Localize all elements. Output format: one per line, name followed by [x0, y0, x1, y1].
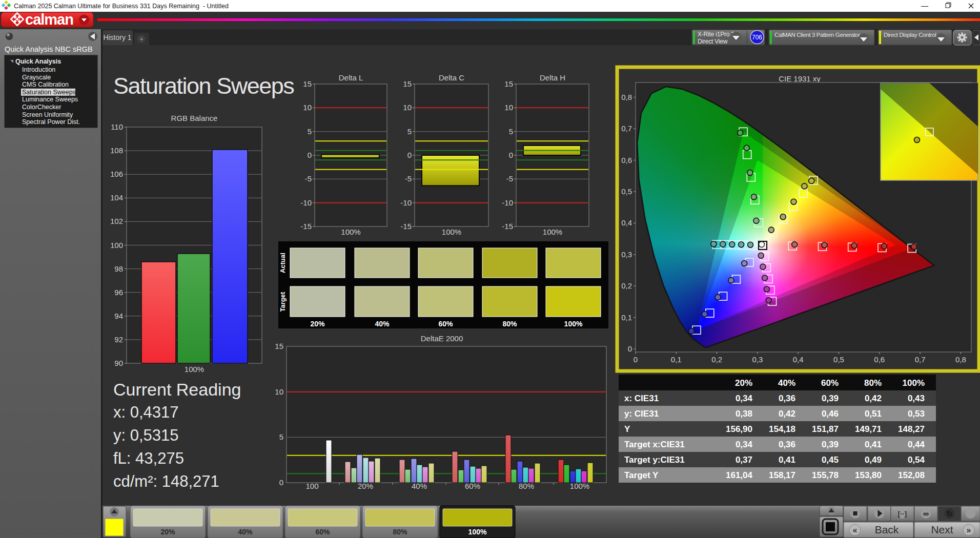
svg-text:161,04: 161,04	[726, 470, 753, 480]
svg-text:«: «	[853, 526, 858, 534]
svg-text:↻: ↻	[946, 509, 953, 518]
svg-text:155,78: 155,78	[812, 470, 839, 480]
svg-text:0,54: 0,54	[908, 455, 925, 465]
svg-text:20%: 20%	[735, 378, 752, 388]
svg-text:0,34: 0,34	[736, 440, 753, 449]
svg-text:0,36: 0,36	[779, 394, 795, 403]
svg-text:0,53: 0,53	[908, 409, 925, 419]
svg-text:Current Reading: Current Reading	[113, 380, 241, 399]
svg-text:x: CIE31: x: CIE31	[624, 394, 659, 403]
svg-text:0,44: 0,44	[908, 440, 925, 449]
svg-text:0,39: 0,39	[822, 440, 839, 449]
svg-text:0,41: 0,41	[779, 455, 795, 465]
svg-text:148,27: 148,27	[898, 424, 925, 434]
svg-text:0,51: 0,51	[865, 409, 882, 419]
svg-text:0,43: 0,43	[908, 394, 925, 403]
svg-text:100%: 100%	[468, 528, 487, 536]
svg-text:0,41: 0,41	[865, 440, 882, 449]
svg-text:80%: 80%	[393, 528, 407, 536]
svg-text:x: 0,4317: x: 0,4317	[113, 403, 179, 421]
svg-text:40%: 40%	[238, 528, 253, 536]
svg-text:[··]: [··]	[898, 510, 907, 518]
svg-text:60%: 60%	[315, 528, 330, 536]
svg-text:156,90: 156,90	[726, 424, 752, 434]
svg-text:y: CIE31: y: CIE31	[624, 409, 659, 419]
svg-text:cd/m²: 148,271: cd/m²: 148,271	[113, 472, 219, 490]
svg-text:fL: 43,275: fL: 43,275	[113, 449, 184, 467]
svg-text:∞: ∞	[923, 509, 929, 518]
svg-text:0,46: 0,46	[822, 409, 839, 419]
svg-text:0,42: 0,42	[865, 394, 882, 403]
svg-text:20%: 20%	[160, 528, 175, 536]
svg-text:153,80: 153,80	[855, 470, 882, 480]
svg-text:Y: Y	[624, 424, 630, 434]
svg-text:100%: 100%	[903, 378, 925, 388]
svg-text:0,45: 0,45	[822, 455, 839, 465]
svg-text:151,87: 151,87	[812, 424, 839, 434]
svg-text:Target x:CIE31: Target x:CIE31	[624, 440, 685, 449]
svg-text:Next: Next	[931, 524, 953, 535]
svg-text:0,39: 0,39	[822, 394, 839, 403]
svg-text:154,18: 154,18	[769, 424, 795, 434]
svg-text:152,08: 152,08	[898, 470, 925, 480]
svg-text:158,17: 158,17	[769, 470, 795, 480]
svg-text:80%: 80%	[864, 378, 882, 388]
svg-text:40%: 40%	[778, 378, 795, 388]
svg-text:0,34: 0,34	[736, 394, 753, 403]
svg-text:149,71: 149,71	[855, 424, 882, 434]
svg-text:y: 0,5315: y: 0,5315	[113, 426, 179, 444]
svg-text:Target Y: Target Y	[624, 470, 659, 480]
svg-text:0,38: 0,38	[736, 409, 752, 419]
svg-text:»: »	[967, 526, 971, 534]
svg-text:Target y:CIE31: Target y:CIE31	[624, 455, 685, 465]
svg-text:0,42: 0,42	[779, 409, 795, 419]
svg-text:Back: Back	[875, 524, 899, 535]
svg-text:0,36: 0,36	[779, 440, 795, 449]
svg-text:0,49: 0,49	[865, 455, 882, 465]
svg-text:0,37: 0,37	[736, 455, 752, 465]
svg-text:60%: 60%	[821, 378, 839, 388]
